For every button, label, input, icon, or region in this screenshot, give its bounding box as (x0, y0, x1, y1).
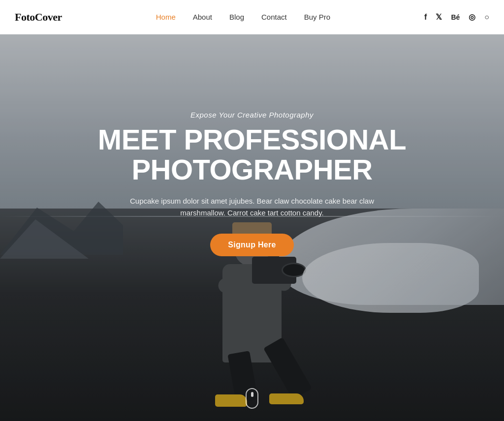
behance-icon[interactable]: Bé (451, 13, 460, 21)
scroll-indicator (246, 388, 258, 409)
nav-item-buy-pro[interactable]: Buy Pro (304, 13, 330, 21)
hero-title: MEET PROFESSIONAL PHOTOGRAPHER (20, 125, 484, 185)
signup-button[interactable]: Signup Here (210, 234, 294, 256)
nav-item-contact[interactable]: Contact (261, 13, 287, 21)
nav-item-home[interactable]: Home (156, 13, 176, 21)
facebook-icon[interactable]: f (424, 13, 427, 22)
instagram-icon[interactable]: ◎ (469, 12, 475, 22)
other-social-icon[interactable]: ○ (484, 13, 489, 22)
site-logo: FotoCover (15, 11, 62, 24)
hero-content: Expose Your Creative Photography MEET PR… (0, 111, 504, 257)
scroll-dot (251, 392, 253, 397)
hero-subtitle: Expose Your Creative Photography (20, 111, 484, 119)
site-header: FotoCover Home About Blog Contact Buy Pr… (0, 0, 504, 34)
hero-section: Expose Your Creative Photography MEET PR… (0, 34, 504, 421)
social-links: f 𝕏 Bé ◎ ○ (424, 12, 489, 22)
main-nav: Home About Blog Contact Buy Pro (156, 13, 330, 21)
twitter-icon[interactable]: 𝕏 (436, 12, 442, 22)
nav-item-blog[interactable]: Blog (229, 13, 244, 21)
hero-description: Cupcake ipsum dolor sit amet jujubes. Be… (129, 195, 375, 219)
nav-item-about[interactable]: About (193, 13, 212, 21)
